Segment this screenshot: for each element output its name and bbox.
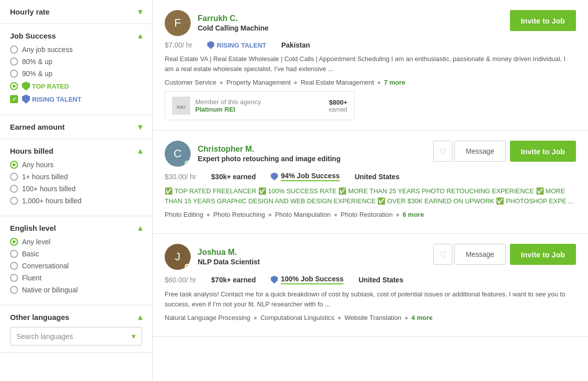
freelancer-name-farrukh[interactable]: Farrukh C. bbox=[198, 14, 269, 23]
rate-value-christopher: $30.00 bbox=[165, 173, 186, 181]
location-joshua: United States bbox=[358, 276, 403, 284]
job-success-shield-joshua bbox=[271, 276, 278, 284]
english-fluent[interactable]: Fluent bbox=[10, 274, 142, 282]
filter-other-languages-title[interactable]: Other languages ▴ bbox=[10, 312, 142, 322]
description-farrukh: Real Estate VA | Real Estate Wholesale |… bbox=[165, 54, 576, 74]
radio-top-rated bbox=[10, 82, 18, 90]
agency-thumb-farrukh: IMG bbox=[172, 97, 190, 115]
skill-2-joshua: Computational Linguistics bbox=[260, 314, 334, 321]
english-native[interactable]: Native or bilingual bbox=[10, 286, 142, 294]
freelancer-info-christopher: Christopher M. Expert photo retouching a… bbox=[198, 145, 340, 163]
filter-earned-amount-title[interactable]: Earned amount ▾ bbox=[10, 122, 142, 132]
filter-english-title[interactable]: English level ▴ bbox=[10, 223, 142, 233]
hours-any[interactable]: Any hours bbox=[10, 161, 142, 169]
location-christopher: United States bbox=[355, 173, 399, 181]
more-skills-christopher[interactable]: 6 more bbox=[403, 211, 424, 218]
filter-job-success: Job Success ▴ Any job success 80% & up 9… bbox=[0, 24, 152, 115]
filter-earned-amount: Earned amount ▾ bbox=[0, 115, 152, 139]
hours-100plus[interactable]: 100+ hours billed bbox=[10, 185, 142, 193]
freelancer-list: F Farrukh C. Cold Calling Machine Invite… bbox=[153, 0, 588, 381]
filter-hourly-rate-title[interactable]: Hourly rate ▾ bbox=[10, 7, 142, 17]
freelancer-title-christopher: Expert photo retouching and image editin… bbox=[198, 155, 340, 163]
job-success-90up[interactable]: 90% & up bbox=[10, 70, 142, 78]
english-options: Any level Basic Conversational Fluent Na… bbox=[10, 238, 142, 294]
invite-button-joshua[interactable]: Invite to Job bbox=[510, 244, 576, 265]
freelancer-card-farrukh: F Farrukh C. Cold Calling Machine Invite… bbox=[153, 0, 588, 131]
rate-value-joshua: $60.00 bbox=[165, 276, 186, 284]
more-skills-farrukh[interactable]: 7 more bbox=[384, 79, 405, 86]
freelancer-card-christopher: C Christopher M. Expert photo retouching… bbox=[153, 131, 588, 234]
heart-button-christopher[interactable]: ♡ bbox=[433, 141, 452, 162]
top-rated-shield-icon bbox=[22, 82, 30, 91]
job-success-joshua: 100% Job Success bbox=[271, 275, 343, 284]
english-conversational[interactable]: Conversational bbox=[10, 262, 142, 270]
agency-earned-value: $800+ bbox=[329, 99, 347, 106]
agency-name-farrukh[interactable]: Platinum REI bbox=[195, 106, 261, 113]
message-button-joshua[interactable]: Message bbox=[454, 244, 506, 265]
freelancer-info-farrukh: Farrukh C. Cold Calling Machine bbox=[198, 14, 269, 32]
filter-job-success-title[interactable]: Job Success ▴ bbox=[10, 31, 142, 41]
hours-billed-chevron: ▴ bbox=[138, 146, 142, 156]
job-success-any[interactable]: Any job success bbox=[10, 46, 142, 54]
freelancer-title-farrukh: Cold Calling Machine bbox=[198, 24, 269, 32]
radio-native bbox=[10, 286, 18, 294]
job-success-text-joshua: 100% Job Success bbox=[281, 275, 343, 284]
radio-1000plus bbox=[10, 197, 18, 205]
radio-english-any bbox=[10, 238, 18, 246]
english-basic[interactable]: Basic bbox=[10, 250, 142, 258]
job-success-rising-talent[interactable]: RISING TALENT bbox=[10, 95, 142, 104]
job-success-text-christopher: 94% Job Success bbox=[281, 172, 340, 181]
other-languages-label: Other languages bbox=[10, 313, 69, 321]
english-level-label: English level bbox=[10, 224, 56, 232]
hours-100plus-label: 100+ hours billed bbox=[22, 185, 76, 193]
card-header-joshua: J Joshua M. NLP Data Scientist ♡ Message… bbox=[165, 244, 576, 270]
card-actions-joshua: ♡ Message Invite to Job bbox=[433, 244, 576, 265]
skills-joshua: Natural Language Processing ● Computatio… bbox=[165, 314, 576, 321]
english-chevron: ▴ bbox=[138, 223, 142, 233]
card-stats-christopher: $30.00/ hr $30k+ earned 94% Job Success … bbox=[165, 172, 576, 181]
invite-button-farrukh[interactable]: Invite to Job bbox=[510, 10, 576, 31]
rate-joshua: $60.00/ hr bbox=[165, 276, 196, 284]
rising-talent-label: RISING TALENT bbox=[32, 96, 82, 103]
skill-3-christopher: Photo Manipulation bbox=[275, 211, 330, 218]
online-dot-joshua bbox=[185, 264, 190, 269]
freelancer-name-joshua[interactable]: Joshua M. bbox=[198, 248, 260, 257]
english-native-label: Native or bilingual bbox=[22, 286, 78, 294]
job-success-80up-label: 80% & up bbox=[22, 58, 53, 66]
skill-1-christopher: Photo Editing bbox=[165, 211, 203, 218]
card-actions-christopher: ♡ Message Invite to Job bbox=[433, 141, 576, 162]
job-success-chevron: ▴ bbox=[138, 31, 142, 41]
earned-amount-label: Earned amount bbox=[10, 123, 65, 131]
card-header-left-christopher: C Christopher M. Expert photo retouching… bbox=[165, 141, 340, 167]
filter-hours-billed-title[interactable]: Hours billed ▴ bbox=[10, 146, 142, 156]
sep3j: ● bbox=[404, 314, 408, 321]
agency-label-farrukh: Member of this agency bbox=[195, 98, 261, 106]
sep3: ● bbox=[377, 79, 381, 86]
invite-button-christopher[interactable]: Invite to Job bbox=[510, 141, 576, 162]
skill-2-farrukh: Property Management bbox=[226, 79, 291, 86]
job-success-top-rated[interactable]: TOP RATED bbox=[10, 82, 142, 91]
more-skills-joshua[interactable]: 4 more bbox=[411, 314, 433, 321]
sep2j: ● bbox=[337, 314, 341, 321]
hourly-rate-chevron: ▾ bbox=[138, 7, 142, 17]
search-languages-input[interactable]: Search languages ▾ bbox=[10, 327, 142, 345]
job-success-shield-christopher bbox=[271, 173, 278, 181]
skill-2-christopher: Photo Retouching bbox=[213, 211, 265, 218]
hours-billed-label: Hours billed bbox=[10, 147, 54, 155]
job-success-80up[interactable]: 80% & up bbox=[10, 58, 142, 66]
english-any[interactable]: Any level bbox=[10, 238, 142, 246]
freelancer-card-joshua: J Joshua M. NLP Data Scientist ♡ Message… bbox=[153, 234, 588, 337]
filter-hourly-rate: Hourly rate ▾ bbox=[0, 0, 152, 24]
hours-1000plus[interactable]: 1,000+ hours billed bbox=[10, 197, 142, 205]
heart-button-joshua[interactable]: ♡ bbox=[433, 244, 452, 265]
other-languages-chevron: ▴ bbox=[138, 312, 142, 322]
message-button-christopher[interactable]: Message bbox=[454, 141, 506, 162]
freelancer-info-joshua: Joshua M. NLP Data Scientist bbox=[198, 248, 260, 266]
skill-1-joshua: Natural Language Processing bbox=[165, 314, 250, 321]
hours-1plus[interactable]: 1+ hours billed bbox=[10, 173, 142, 181]
hours-billed-options: Any hours 1+ hours billed 100+ hours bil… bbox=[10, 161, 142, 205]
english-any-label: Any level bbox=[22, 238, 51, 246]
freelancer-name-christopher[interactable]: Christopher M. bbox=[198, 145, 340, 154]
card-header-left-joshua: J Joshua M. NLP Data Scientist bbox=[165, 244, 260, 270]
sep4c: ● bbox=[396, 211, 400, 218]
